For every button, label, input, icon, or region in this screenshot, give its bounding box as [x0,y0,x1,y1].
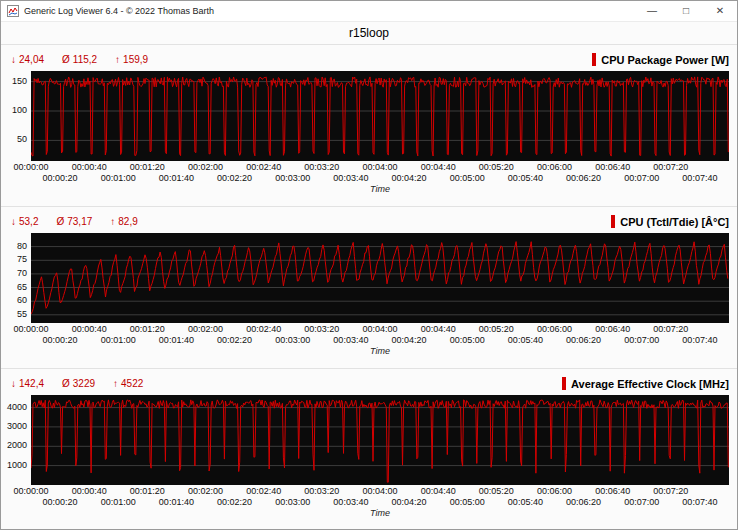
x-tick-label: 00:05:20 [479,324,514,334]
series-line [31,77,728,156]
x-tick-label: 00:06:20 [566,173,601,183]
series-color-icon [562,377,566,390]
app-window: Generic Log Viewer 6.4 - © 2022 Thomas B… [0,0,738,530]
stat-avg: Ø73,17 [56,216,92,227]
x-axis-title: Time [31,184,729,196]
max-arrow-icon: ↑ [115,54,120,65]
x-tick-label: 00:03:00 [275,497,310,507]
y-axis: 807570656055 [1,233,31,323]
y-tick-label: 70 [17,268,27,279]
x-tick-label: 00:04:00 [362,162,397,172]
x-tick-label: 00:01:20 [130,486,165,496]
stat-avg: Ø115,2 [62,54,97,65]
y-tick-label: 80 [17,241,27,252]
x-tick-label: 00:01:40 [159,173,194,183]
x-tick-label: 00:03:00 [275,173,310,183]
x-tick-label: 00:01:40 [159,335,194,345]
stat-min: ↓24,04 [11,54,44,65]
x-axis: 00:00:0000:00:2000:00:4000:01:0000:01:20… [31,161,729,184]
x-tick-label: 00:01:00 [101,497,136,507]
min-arrow-icon: ↓ [11,54,16,65]
series-line [31,400,728,482]
minimize-button[interactable]: — [635,1,669,21]
x-tick-label: 00:03:40 [333,497,368,507]
plot-area[interactable] [31,71,729,161]
plot-wrap: 807570656055 [1,233,737,323]
plot-wrap: 4000300020001000 [1,395,737,485]
avg-icon: Ø [62,54,70,65]
chart-stats: ↓142,4 Ø3229 ↑4522 [11,378,143,389]
x-tick-label: 00:01:20 [130,162,165,172]
stat-min: ↓142,4 [11,378,44,389]
x-tick-label: 00:02:00 [188,162,223,172]
x-tick-label: 00:07:00 [624,497,659,507]
y-tick-label: 3000 [7,421,27,432]
x-tick-label: 00:00:20 [43,335,78,345]
x-tick-label: 00:06:00 [537,486,572,496]
x-tick-label: 00:04:40 [421,486,456,496]
y-tick-label: 2000 [7,440,27,451]
x-tick-label: 00:07:00 [624,173,659,183]
x-tick-label: 00:01:00 [101,173,136,183]
max-arrow-icon: ↑ [110,216,115,227]
close-button[interactable]: ✕ [703,1,737,21]
plot-wrap: 15010050 [1,71,737,161]
x-tick-label: 00:06:20 [566,497,601,507]
series-color-icon [592,53,596,66]
y-tick-label: 75 [17,254,27,265]
x-tick-label: 00:03:20 [304,486,339,496]
x-tick-label: 00:03:20 [304,162,339,172]
y-axis: 15010050 [1,71,31,161]
x-tick-label: 00:06:40 [595,324,630,334]
x-axis: 00:00:0000:00:2000:00:4000:01:0000:01:20… [31,323,729,346]
min-arrow-icon: ↓ [11,216,16,227]
x-tick-label: 00:02:20 [217,173,252,183]
x-tick-label: 00:05:40 [508,173,543,183]
stat-avg-value: 3229 [73,378,95,389]
x-tick-label: 00:03:40 [333,335,368,345]
x-tick-label: 00:06:00 [537,162,572,172]
stat-min-value: 24,04 [19,54,44,65]
chart-title: CPU Package Power [W] [601,54,729,66]
x-tick-label: 00:04:00 [362,486,397,496]
x-tick-label: 00:00:20 [43,497,78,507]
x-tick-label: 00:07:40 [682,497,717,507]
avg-icon: Ø [56,216,64,227]
x-tick-label: 00:07:40 [682,335,717,345]
stat-min-value: 53,2 [19,216,38,227]
stat-max-value: 159,9 [123,54,148,65]
x-axis: 00:00:0000:00:2000:00:4000:01:0000:01:20… [31,485,729,508]
x-tick-label: 00:04:40 [421,324,456,334]
x-tick-label: 00:05:20 [479,486,514,496]
stat-avg-value: 73,17 [67,216,92,227]
stat-min-value: 142,4 [19,378,44,389]
x-tick-label: 00:05:40 [508,497,543,507]
x-tick-label: 00:00:40 [72,162,107,172]
chart-section-cpu-package-power: ↓24,04 Ø115,2 ↑159,9 CPU Package Power [… [1,44,737,206]
chart-header: ↓24,04 Ø115,2 ↑159,9 CPU Package Power [… [1,50,737,69]
x-tick-label: 00:06:40 [595,162,630,172]
plot-area[interactable] [31,233,729,323]
x-tick-label: 00:07:20 [653,324,688,334]
x-tick-label: 00:04:20 [392,173,427,183]
x-tick-label: 00:00:00 [13,162,48,172]
plot-area[interactable] [31,395,729,485]
x-tick-label: 00:05:00 [450,497,485,507]
x-tick-label: 00:02:00 [188,486,223,496]
x-tick-label: 00:07:40 [682,173,717,183]
chart-section-cpu-temperature: ↓53,2 Ø73,17 ↑82,9 CPU (Tctl/Tdie) [Â°C]… [1,206,737,368]
x-tick-label: 00:01:20 [130,324,165,334]
x-tick-label: 00:06:40 [595,486,630,496]
x-tick-label: 00:00:40 [72,324,107,334]
x-tick-label: 00:00:00 [13,324,48,334]
max-arrow-icon: ↑ [113,378,118,389]
maximize-button[interactable]: □ [669,1,703,21]
series-line [31,242,728,315]
x-tick-label: 00:07:00 [624,335,659,345]
stat-min: ↓53,2 [11,216,38,227]
x-tick-label: 00:05:40 [508,335,543,345]
window-title: Generic Log Viewer 6.4 - © 2022 Thomas B… [24,6,635,16]
x-tick-label: 00:04:20 [392,497,427,507]
y-axis: 4000300020001000 [1,395,31,485]
x-tick-label: 00:03:20 [304,324,339,334]
